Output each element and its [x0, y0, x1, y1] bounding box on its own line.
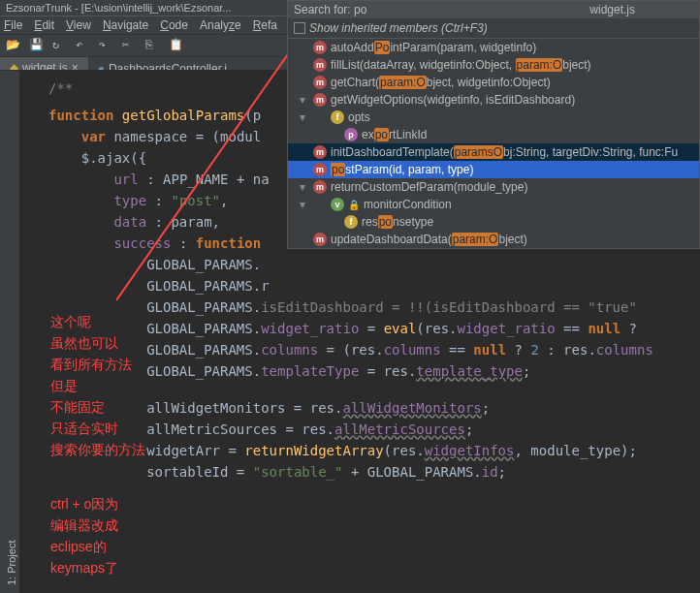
- popup-item[interactable]: mupdateDashboardData(param:Object): [288, 231, 699, 248]
- popup-item[interactable]: ▾mgetWidgetOptions(widgetinfo, isEditDas…: [288, 91, 699, 109]
- redo-icon[interactable]: ↷: [99, 38, 114, 53]
- annotation-b1: ctrl + o因为: [50, 496, 118, 514]
- popup-item[interactable]: mautoAddPointParam(param, widgetinfo): [288, 39, 699, 56]
- sidebar-project[interactable]: 1: Project: [4, 70, 19, 593]
- popup-item[interactable]: minitDashboardTemplate(paramsObj:String,…: [288, 143, 699, 161]
- lock-icon: 🔒: [348, 200, 360, 210]
- annotation-1: 这个呢: [50, 314, 91, 331]
- left-sidebar: 1: Project 7: Structure Web: [0, 70, 19, 593]
- member-m-icon: m: [313, 233, 327, 246]
- member-v-icon: v: [331, 198, 344, 211]
- popup-item[interactable]: ▾mreturnCustomDefParam(module_type): [288, 178, 699, 196]
- open-icon[interactable]: 📂: [6, 38, 21, 53]
- undo-icon[interactable]: ↶: [76, 38, 91, 53]
- popup-item[interactable]: mpostParam(id, param, type): [288, 161, 699, 178]
- annotation-b4: keymaps了: [50, 560, 118, 577]
- annotation-b3: eclipse的: [50, 539, 107, 556]
- annotation-4: 但是: [50, 378, 78, 395]
- popup-item[interactable]: mgetChart(param:Object, widgetinfo:Objec…: [288, 74, 699, 91]
- menu-view[interactable]: View: [66, 18, 91, 32]
- checkbox-icon[interactable]: [294, 22, 305, 34]
- sidebar-structure[interactable]: 7: Structure: [0, 70, 4, 593]
- annotation-b2: 编辑器改成: [50, 517, 118, 535]
- menu-edit[interactable]: Edit: [34, 18, 54, 32]
- search-label: Search for: po: [294, 3, 366, 16]
- svg-line-0: [116, 29, 305, 300]
- member-m-icon: m: [313, 58, 327, 72]
- popup-inherited-row[interactable]: Show inherited members (Ctrl+F3): [288, 18, 699, 39]
- annotation-6: 只适合实时: [50, 421, 118, 438]
- annotation-7: 搜索你要的方法: [50, 442, 145, 459]
- popup-item[interactable]: mfillList(dataArray, widgetinfo:Object, …: [288, 56, 699, 74]
- member-m-icon: m: [313, 93, 327, 107]
- member-m-icon: m: [313, 76, 327, 89]
- sync-icon[interactable]: ↻: [52, 38, 68, 53]
- member-f-icon: f: [331, 110, 344, 124]
- save-icon[interactable]: 💾: [29, 38, 45, 53]
- structure-popup: Search for: po widget.js Show inherited …: [287, 0, 700, 249]
- annotation-2: 虽然也可以: [50, 335, 118, 353]
- popup-crumb: widget.js: [589, 3, 635, 16]
- popup-item[interactable]: ▾v🔒monitorCondition: [288, 196, 699, 213]
- annotation-5: 不能固定: [50, 399, 105, 417]
- annotation-3: 看到所有方法: [50, 357, 132, 374]
- member-m-icon: m: [313, 41, 327, 54]
- member-m-icon: m: [313, 145, 327, 159]
- popup-list[interactable]: mautoAddPointParam(param, widgetinfo)mfi…: [288, 39, 699, 248]
- popup-item[interactable]: ▾fopts: [288, 109, 699, 126]
- member-m-icon: m: [313, 163, 327, 176]
- menu-file[interactable]: File: [4, 18, 22, 32]
- member-m-icon: m: [313, 180, 327, 194]
- member-f-icon: f: [344, 215, 358, 229]
- popup-header: Search for: po widget.js: [288, 1, 699, 18]
- popup-item[interactable]: fresponsetype: [288, 213, 699, 231]
- member-p-icon: p: [344, 128, 358, 141]
- popup-item[interactable]: pexportLinkId: [288, 126, 699, 143]
